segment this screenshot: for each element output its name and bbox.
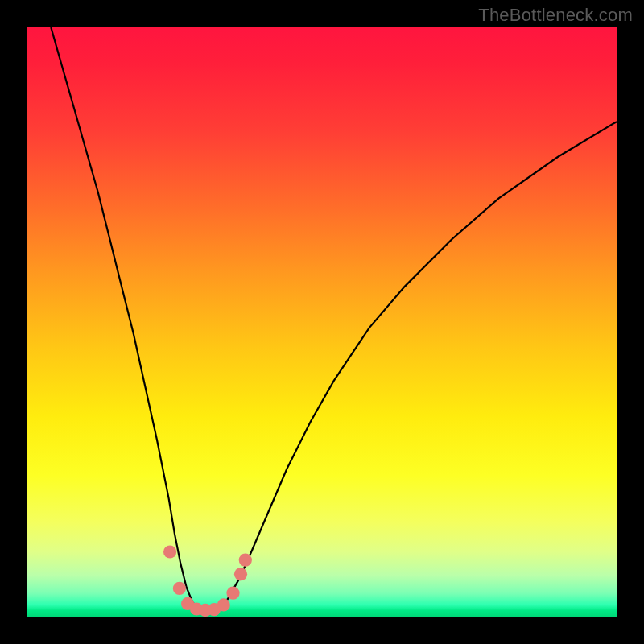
curve-svg xyxy=(27,27,617,617)
curve-marker xyxy=(226,587,239,600)
curve-marker xyxy=(239,554,252,567)
plot-area xyxy=(27,27,617,617)
outer-frame: TheBottleneck.com xyxy=(0,0,644,644)
watermark-text: TheBottleneck.com xyxy=(478,5,633,26)
curve-marker xyxy=(234,568,247,580)
curve-marker xyxy=(163,545,176,558)
bottleneck-curve xyxy=(51,27,617,611)
curve-marker xyxy=(173,582,186,595)
curve-marker xyxy=(217,598,230,611)
